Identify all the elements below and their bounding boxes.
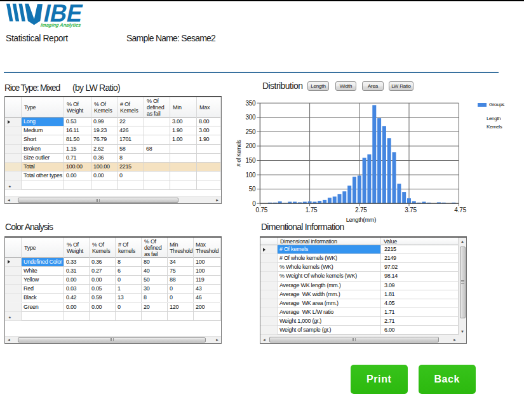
svg-text:# of Kernels: # of Kernels [236, 140, 242, 166]
svg-text:100: 100 [246, 172, 257, 179]
svg-text:4.75: 4.75 [454, 207, 466, 213]
svg-text:350: 350 [246, 100, 257, 107]
svg-text:250: 250 [246, 128, 257, 135]
svg-text:3.75: 3.75 [405, 207, 417, 213]
svg-text:0.75: 0.75 [256, 207, 268, 213]
svg-text:150: 150 [246, 157, 257, 164]
svg-text:300: 300 [246, 114, 257, 121]
svg-text:50: 50 [249, 186, 256, 193]
svg-text:2.75: 2.75 [355, 207, 367, 213]
svg-text:Length(mm): Length(mm) [346, 216, 376, 223]
svg-text:200: 200 [246, 142, 257, 149]
svg-text:0: 0 [252, 200, 256, 207]
svg-text:1.75: 1.75 [306, 207, 318, 213]
svg-text:Imaging Analytics: Imaging Analytics [40, 22, 82, 28]
